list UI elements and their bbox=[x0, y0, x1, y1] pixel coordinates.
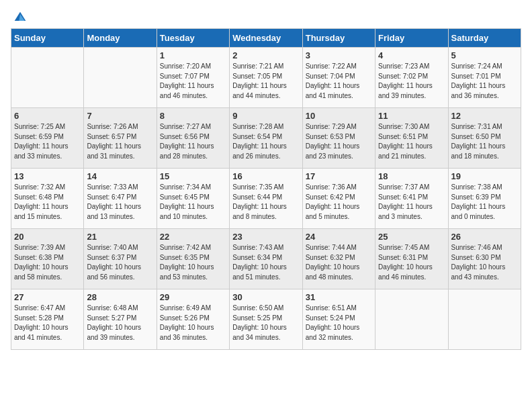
calendar-cell: 23Sunrise: 7:43 AM Sunset: 6:34 PM Dayli… bbox=[230, 229, 302, 289]
day-info: Sunrise: 7:24 AM Sunset: 7:01 PM Dayligh… bbox=[451, 62, 518, 101]
calendar-cell: 17Sunrise: 7:36 AM Sunset: 6:42 PM Dayli… bbox=[302, 169, 375, 229]
day-number: 4 bbox=[378, 50, 445, 60]
day-info: Sunrise: 7:42 AM Sunset: 6:35 PM Dayligh… bbox=[160, 243, 226, 282]
day-number: 6 bbox=[14, 111, 81, 121]
day-info: Sunrise: 6:48 AM Sunset: 5:27 PM Dayligh… bbox=[87, 304, 153, 342]
day-info: Sunrise: 6:50 AM Sunset: 5:25 PM Dayligh… bbox=[232, 304, 299, 342]
day-number: 19 bbox=[451, 171, 518, 181]
week-row-3: 13Sunrise: 7:32 AM Sunset: 6:48 PM Dayli… bbox=[11, 169, 521, 229]
day-header-friday: Friday bbox=[375, 29, 448, 48]
calendar-cell: 21Sunrise: 7:40 AM Sunset: 6:37 PM Dayli… bbox=[84, 229, 157, 289]
day-info: Sunrise: 7:26 AM Sunset: 6:57 PM Dayligh… bbox=[87, 122, 153, 161]
calendar-cell: 10Sunrise: 7:29 AM Sunset: 6:53 PM Dayli… bbox=[302, 108, 375, 169]
calendar-cell: 7Sunrise: 7:26 AM Sunset: 6:57 PM Daylig… bbox=[84, 108, 157, 169]
calendar-cell: 1Sunrise: 7:20 AM Sunset: 7:07 PM Daylig… bbox=[157, 48, 229, 108]
day-number: 31 bbox=[306, 292, 372, 302]
calendar-cell: 14Sunrise: 7:33 AM Sunset: 6:47 PM Dayli… bbox=[84, 169, 157, 229]
day-number: 15 bbox=[160, 171, 226, 181]
day-info: Sunrise: 7:38 AM Sunset: 6:39 PM Dayligh… bbox=[451, 183, 518, 222]
calendar-cell: 31Sunrise: 6:51 AM Sunset: 5:24 PM Dayli… bbox=[302, 289, 375, 350]
day-info: Sunrise: 7:28 AM Sunset: 6:54 PM Dayligh… bbox=[232, 122, 299, 161]
day-number: 5 bbox=[451, 50, 518, 60]
week-row-1: 1Sunrise: 7:20 AM Sunset: 7:07 PM Daylig… bbox=[11, 48, 521, 108]
calendar-cell: 12Sunrise: 7:31 AM Sunset: 6:50 PM Dayli… bbox=[448, 108, 521, 169]
day-number: 29 bbox=[160, 292, 226, 302]
day-info: Sunrise: 7:21 AM Sunset: 7:05 PM Dayligh… bbox=[232, 62, 299, 101]
calendar-cell: 5Sunrise: 7:24 AM Sunset: 7:01 PM Daylig… bbox=[448, 48, 521, 108]
calendar-cell bbox=[11, 48, 84, 108]
day-info: Sunrise: 7:27 AM Sunset: 6:56 PM Dayligh… bbox=[160, 122, 226, 161]
calendar-cell: 9Sunrise: 7:28 AM Sunset: 6:54 PM Daylig… bbox=[230, 108, 302, 169]
day-number: 25 bbox=[378, 232, 445, 242]
calendar-cell: 28Sunrise: 6:48 AM Sunset: 5:27 PM Dayli… bbox=[84, 289, 157, 350]
day-info: Sunrise: 7:20 AM Sunset: 7:07 PM Dayligh… bbox=[160, 62, 226, 101]
calendar-cell: 11Sunrise: 7:30 AM Sunset: 6:51 PM Dayli… bbox=[375, 108, 448, 169]
day-info: Sunrise: 7:33 AM Sunset: 6:47 PM Dayligh… bbox=[87, 183, 153, 222]
day-number: 2 bbox=[232, 50, 299, 60]
day-info: Sunrise: 7:45 AM Sunset: 6:31 PM Dayligh… bbox=[378, 243, 445, 282]
day-number: 18 bbox=[378, 171, 445, 181]
day-number: 20 bbox=[14, 232, 81, 242]
day-info: Sunrise: 7:44 AM Sunset: 6:32 PM Dayligh… bbox=[306, 243, 372, 282]
day-header-sunday: Sunday bbox=[11, 29, 84, 48]
page-header bbox=[11, 11, 521, 20]
day-number: 26 bbox=[451, 232, 518, 242]
day-number: 11 bbox=[378, 111, 445, 121]
day-header-monday: Monday bbox=[84, 29, 157, 48]
day-info: Sunrise: 7:35 AM Sunset: 6:44 PM Dayligh… bbox=[232, 183, 299, 222]
day-number: 7 bbox=[87, 111, 153, 121]
day-number: 24 bbox=[306, 232, 372, 242]
week-row-5: 27Sunrise: 6:47 AM Sunset: 5:28 PM Dayli… bbox=[11, 289, 521, 350]
day-number: 10 bbox=[306, 111, 372, 121]
calendar-cell: 30Sunrise: 6:50 AM Sunset: 5:25 PM Dayli… bbox=[230, 289, 302, 350]
calendar-cell: 20Sunrise: 7:39 AM Sunset: 6:38 PM Dayli… bbox=[11, 229, 84, 289]
calendar-cell: 25Sunrise: 7:45 AM Sunset: 6:31 PM Dayli… bbox=[375, 229, 448, 289]
day-number: 13 bbox=[14, 171, 81, 181]
calendar-cell: 27Sunrise: 6:47 AM Sunset: 5:28 PM Dayli… bbox=[11, 289, 84, 350]
calendar-cell: 18Sunrise: 7:37 AM Sunset: 6:41 PM Dayli… bbox=[375, 169, 448, 229]
calendar-cell: 3Sunrise: 7:22 AM Sunset: 7:04 PM Daylig… bbox=[302, 48, 375, 108]
day-number: 8 bbox=[160, 111, 226, 121]
calendar-cell bbox=[375, 289, 448, 350]
day-info: Sunrise: 7:46 AM Sunset: 6:30 PM Dayligh… bbox=[451, 243, 518, 282]
calendar-cell: 29Sunrise: 6:49 AM Sunset: 5:26 PM Dayli… bbox=[157, 289, 229, 350]
day-info: Sunrise: 7:22 AM Sunset: 7:04 PM Dayligh… bbox=[306, 62, 372, 101]
calendar-cell: 8Sunrise: 7:27 AM Sunset: 6:56 PM Daylig… bbox=[157, 108, 229, 169]
day-number: 9 bbox=[232, 111, 299, 121]
day-info: Sunrise: 7:40 AM Sunset: 6:37 PM Dayligh… bbox=[87, 243, 153, 282]
week-row-2: 6Sunrise: 7:25 AM Sunset: 6:59 PM Daylig… bbox=[11, 108, 521, 169]
day-info: Sunrise: 7:25 AM Sunset: 6:59 PM Dayligh… bbox=[14, 122, 81, 161]
day-info: Sunrise: 7:31 AM Sunset: 6:50 PM Dayligh… bbox=[451, 122, 518, 161]
day-number: 22 bbox=[160, 232, 226, 242]
day-info: Sunrise: 7:30 AM Sunset: 6:51 PM Dayligh… bbox=[378, 122, 445, 161]
day-header-saturday: Saturday bbox=[448, 29, 521, 48]
day-info: Sunrise: 7:23 AM Sunset: 7:02 PM Dayligh… bbox=[378, 62, 445, 101]
logo-icon bbox=[13, 11, 27, 24]
calendar-cell: 4Sunrise: 7:23 AM Sunset: 7:02 PM Daylig… bbox=[375, 48, 448, 108]
day-info: Sunrise: 6:49 AM Sunset: 5:26 PM Dayligh… bbox=[160, 304, 226, 342]
calendar-cell: 2Sunrise: 7:21 AM Sunset: 7:05 PM Daylig… bbox=[230, 48, 302, 108]
logo bbox=[11, 11, 27, 20]
day-info: Sunrise: 7:43 AM Sunset: 6:34 PM Dayligh… bbox=[232, 243, 299, 282]
day-number: 21 bbox=[87, 232, 153, 242]
week-row-4: 20Sunrise: 7:39 AM Sunset: 6:38 PM Dayli… bbox=[11, 229, 521, 289]
day-info: Sunrise: 7:34 AM Sunset: 6:45 PM Dayligh… bbox=[160, 183, 226, 222]
day-info: Sunrise: 6:47 AM Sunset: 5:28 PM Dayligh… bbox=[14, 304, 81, 342]
day-info: Sunrise: 7:39 AM Sunset: 6:38 PM Dayligh… bbox=[14, 243, 81, 282]
calendar-cell: 15Sunrise: 7:34 AM Sunset: 6:45 PM Dayli… bbox=[157, 169, 229, 229]
calendar-cell: 6Sunrise: 7:25 AM Sunset: 6:59 PM Daylig… bbox=[11, 108, 84, 169]
day-number: 3 bbox=[306, 50, 372, 60]
day-header-thursday: Thursday bbox=[302, 29, 375, 48]
calendar-table: SundayMondayTuesdayWednesdayThursdayFrid… bbox=[11, 28, 521, 350]
day-info: Sunrise: 7:37 AM Sunset: 6:41 PM Dayligh… bbox=[378, 183, 445, 222]
day-info: Sunrise: 7:29 AM Sunset: 6:53 PM Dayligh… bbox=[306, 122, 372, 161]
day-header-wednesday: Wednesday bbox=[230, 29, 302, 48]
calendar-cell bbox=[84, 48, 157, 108]
day-number: 16 bbox=[232, 171, 299, 181]
day-header-tuesday: Tuesday bbox=[157, 29, 229, 48]
day-number: 30 bbox=[232, 292, 299, 302]
header-row: SundayMondayTuesdayWednesdayThursdayFrid… bbox=[11, 29, 521, 48]
day-number: 14 bbox=[87, 171, 153, 181]
calendar-cell: 26Sunrise: 7:46 AM Sunset: 6:30 PM Dayli… bbox=[448, 229, 521, 289]
calendar-cell bbox=[448, 289, 521, 350]
